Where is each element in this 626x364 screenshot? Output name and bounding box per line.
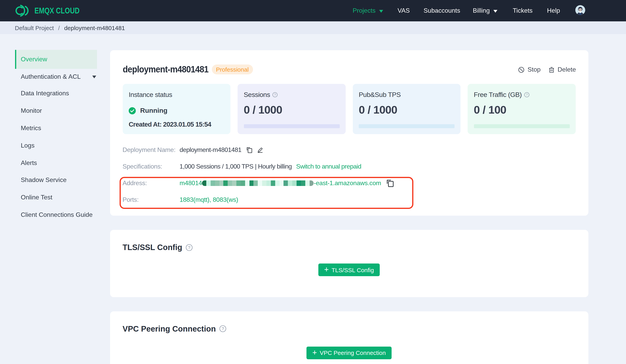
svg-text:?: ? [222, 327, 224, 331]
svg-text:?: ? [188, 245, 191, 250]
svg-text:?: ? [274, 93, 276, 97]
svg-text:?: ? [526, 93, 528, 97]
